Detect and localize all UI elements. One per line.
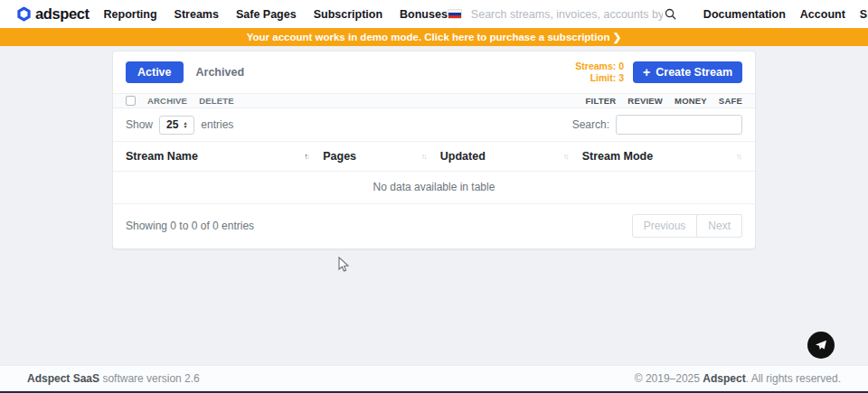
streams-card: Active Archived Streams: 0 Limit: 3 + Cr… (112, 51, 756, 249)
filter-link-safe[interactable]: SAFE (719, 96, 742, 106)
table-search-control: Search: (572, 115, 742, 135)
stream-tabs: Active Archived (126, 61, 244, 83)
column-label: Stream Mode (582, 150, 654, 163)
main-menu: Reporting Streams Safe Pages Subscriptio… (104, 8, 448, 21)
column-header-pages[interactable]: Pages ↑↓ (323, 150, 440, 163)
demo-mode-banner[interactable]: Your account works in demo mode. Click h… (0, 28, 868, 46)
column-header-updated[interactable]: Updated ↑↓ (440, 150, 582, 163)
create-stream-button[interactable]: + Create Stream (633, 61, 742, 83)
bulk-delete-button[interactable]: DELETE (199, 96, 234, 106)
entries-label: entries (201, 118, 233, 131)
sort-icon[interactable]: ↑↓ (736, 152, 742, 161)
card-footer: Showing 0 to 0 of 0 entries Previous Nex… (113, 204, 755, 248)
copyright-brand: Adspect (703, 372, 745, 385)
column-label: Updated (440, 150, 486, 163)
mouse-cursor (338, 257, 350, 276)
filter-links: FILTER REVIEW MONEY SAFE (586, 96, 742, 106)
previous-page-button[interactable]: Previous (632, 214, 698, 238)
show-label: Show (126, 118, 153, 131)
nav-item-safe-pages[interactable]: Safe Pages (236, 8, 297, 21)
main-content: Active Archived Streams: 0 Limit: 3 + Cr… (0, 46, 868, 365)
nav-item-bonuses[interactable]: Bonuses (400, 8, 448, 21)
create-stream-label: Create Stream (656, 66, 732, 79)
copyright-rights: . All rights reserved. (746, 372, 841, 385)
select-all-checkbox[interactable] (126, 96, 136, 106)
footer-version-text: software version 2.6 (99, 372, 200, 385)
streams-count: Streams: 0 (575, 61, 624, 72)
footer-version: Adspect SaaS software version 2.6 (27, 372, 200, 385)
brand-name: adspect (35, 5, 90, 23)
sort-icon[interactable]: ↑↓ (563, 152, 570, 161)
tab-archived[interactable]: Archived (196, 66, 245, 79)
table-header-row: Stream Name ↑↓ Pages ↑↓ Updated ↑↓ Strea… (113, 142, 755, 172)
sort-icon[interactable]: ↑↓ (421, 152, 428, 161)
adspect-logo[interactable]: adspect (16, 5, 90, 23)
language-flag-icon[interactable] (448, 9, 462, 19)
copyright-years: © 2019–2025 (635, 372, 703, 385)
filter-link-filter[interactable]: FILTER (586, 96, 617, 106)
card-header: Active Archived Streams: 0 Limit: 3 + Cr… (113, 51, 755, 93)
nav-item-sign-out[interactable]: Sign Out (860, 8, 868, 21)
search-icon[interactable] (665, 8, 676, 20)
column-label: Stream Name (126, 150, 198, 163)
sort-icon[interactable]: ↑↓ (304, 152, 310, 161)
navbar-right: Documentation Account Sign Out (448, 8, 868, 21)
column-header-stream-mode[interactable]: Stream Mode ↑↓ (582, 150, 742, 163)
card-header-right: Streams: 0 Limit: 3 + Create Stream (575, 61, 742, 84)
table-search-label: Search: (572, 118, 609, 131)
column-label: Pages (323, 150, 356, 163)
page-length-control: Show 25 ▲▼ entries (126, 116, 233, 135)
telegram-icon (814, 338, 828, 352)
pagination-info: Showing 0 to 0 of 0 entries (126, 220, 254, 232)
filter-link-money[interactable]: MONEY (675, 96, 707, 106)
plus-icon: + (643, 66, 650, 79)
tab-active[interactable]: Active (126, 61, 184, 83)
filter-link-review[interactable]: REVIEW (627, 96, 663, 106)
entries-select[interactable]: 25 ▲▼ (159, 116, 194, 135)
bulk-archive-button[interactable]: ARCHIVE (147, 96, 187, 106)
select-arrows-icon: ▲▼ (183, 121, 187, 129)
table-controls: Show 25 ▲▼ entries Search: (113, 108, 755, 142)
streams-limit: Limit: 3 (575, 72, 624, 84)
table-search-input[interactable] (616, 115, 742, 135)
nav-item-reporting[interactable]: Reporting (104, 8, 157, 21)
footer-product-name: Adspect SaaS (27, 372, 99, 385)
page-footer: Adspect SaaS software version 2.6 © 2019… (0, 365, 868, 391)
next-page-button[interactable]: Next (697, 214, 742, 238)
column-header-stream-name[interactable]: Stream Name ↑↓ (126, 150, 323, 163)
telegram-button[interactable] (807, 332, 835, 359)
footer-copyright: © 2019–2025 Adspect. All rights reserved… (635, 372, 841, 385)
bulk-actions-left: ARCHIVE DELETE (126, 96, 234, 106)
stream-limits: Streams: 0 Limit: 3 (575, 61, 624, 84)
entries-value: 25 (166, 118, 178, 131)
global-search-input[interactable] (471, 8, 663, 21)
nav-item-documentation[interactable]: Documentation (703, 8, 786, 21)
top-navbar: adspect Reporting Streams Safe Pages Sub… (0, 0, 868, 28)
hexagon-logo-icon (16, 6, 32, 22)
nav-item-account[interactable]: Account (800, 8, 845, 21)
nav-item-subscription[interactable]: Subscription (314, 8, 382, 21)
pagination: Previous Next (632, 214, 742, 238)
nav-item-streams[interactable]: Streams (175, 8, 219, 21)
bulk-actions-bar: ARCHIVE DELETE FILTER REVIEW MONEY SAFE (113, 93, 755, 108)
table-empty-message: No data available in table (113, 172, 755, 204)
